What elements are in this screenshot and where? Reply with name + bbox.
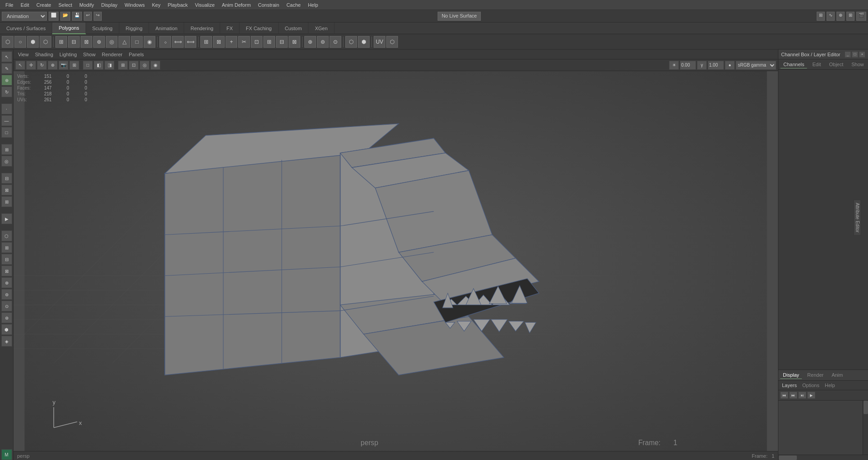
merge-tool[interactable]: ⊕ <box>304 36 316 48</box>
vp-xray-btn[interactable]: ◉ <box>150 61 160 70</box>
vp-menu-panels[interactable]: Panels <box>126 51 147 58</box>
le-pb-btn4[interactable]: ▶ <box>807 392 815 399</box>
vertex-mode-btn[interactable]: · <box>1 104 12 114</box>
le-pb-btn2[interactable]: ⏭ <box>789 392 797 399</box>
redo-btn[interactable]: ↪ <box>94 12 102 21</box>
layout-btn2[interactable]: ⊠ <box>1 185 12 195</box>
bevel-tool[interactable]: ⬡ <box>345 36 357 48</box>
vp-wire-btn[interactable]: □ <box>83 61 93 70</box>
layers-hscroll[interactable] <box>778 455 868 460</box>
open-btn[interactable]: 📂 <box>60 12 70 21</box>
vp-menu-show[interactable]: Show <box>81 51 99 58</box>
toolbox-btn2[interactable]: ⊞ <box>1 242 12 253</box>
snap-tool[interactable]: ⊞ <box>1 144 12 155</box>
mirror-tool[interactable]: ⟺ <box>172 36 184 48</box>
uv-unwrap-btn[interactable]: ⬡ <box>386 36 398 48</box>
le-sub-layers[interactable]: Layers <box>780 382 799 389</box>
tab-polygons[interactable]: Polygons <box>52 23 86 34</box>
fill-hole-tool[interactable]: ◉ <box>144 36 155 48</box>
le-sub-help[interactable]: Help <box>823 382 837 389</box>
tab-sculpting[interactable]: Sculpting <box>86 23 119 34</box>
color-space-select[interactable]: sRGB gamma <box>736 61 776 70</box>
cb-close-btn[interactable]: × <box>859 51 865 58</box>
face-mode-btn[interactable]: □ <box>1 127 12 138</box>
paint-btn[interactable]: ✎ <box>1 63 12 74</box>
append-polygon-tool[interactable]: + <box>226 36 237 48</box>
undo-btn[interactable]: ↩ <box>84 12 92 21</box>
extract-tool[interactable]: ⊠ <box>81 36 92 48</box>
toolbox-btn3[interactable]: ⊟ <box>1 254 12 265</box>
vp-grid-btn[interactable]: ⊞ <box>118 61 128 70</box>
tab-fx[interactable]: FX <box>220 23 240 34</box>
toolbox-btn1[interactable]: ⬡ <box>1 230 12 241</box>
tab-curves-surfaces[interactable]: Curves / Surfaces <box>0 23 52 34</box>
tab-rigging[interactable]: Rigging <box>119 23 149 34</box>
crease-tool[interactable]: ⬢ <box>358 36 370 48</box>
weld-tool[interactable]: ⊚ <box>317 36 329 48</box>
le-tab-anim[interactable]: Anim <box>829 371 845 379</box>
soft-select-tool[interactable]: ⬡ <box>40 36 51 48</box>
layout-btn1[interactable]: ⊟ <box>1 173 12 184</box>
snap-view-btn[interactable]: ⊞ <box>846 12 854 21</box>
split-polygon-tool[interactable]: ⊞ <box>263 36 275 48</box>
snap-curve-btn[interactable]: ∿ <box>827 12 835 21</box>
vp-scale-btn[interactable]: ⊕ <box>48 61 58 70</box>
cut-faces-tool[interactable]: ✂ <box>238 36 250 48</box>
vp-menu-shading[interactable]: Shading <box>32 51 56 58</box>
vp-hud-btn[interactable]: ⊡ <box>129 61 139 70</box>
le-pb-btn1[interactable]: ⏮ <box>780 392 788 399</box>
vp-menu-renderer[interactable]: Renderer <box>99 51 125 58</box>
uv-editor-btn[interactable]: UV <box>374 36 385 48</box>
vp-menu-view[interactable]: View <box>15 51 32 58</box>
vp-shade-btn[interactable]: ◧ <box>94 61 104 70</box>
cb-tab-edit[interactable]: Edit <box>809 60 824 68</box>
scale-tool-btn[interactable]: ⊕ <box>1 75 12 86</box>
triangulate-tool[interactable]: △ <box>118 36 130 48</box>
lasso-tool[interactable]: ○ <box>14 36 26 48</box>
vp-shade-wire-btn[interactable]: ◨ <box>104 61 114 70</box>
le-tab-display[interactable]: Display <box>780 371 802 379</box>
vp-menu-lighting[interactable]: Lighting <box>57 51 80 58</box>
toolbox-btn8[interactable]: ⊛ <box>1 312 12 323</box>
le-pb-btn3[interactable]: ⏯ <box>798 392 806 399</box>
menu-playback[interactable]: Playback <box>164 1 191 9</box>
vp-move-btn[interactable]: ✛ <box>26 61 36 70</box>
vp-transform-btn[interactable]: ⊞ <box>69 61 79 70</box>
collapse-tool[interactable]: ⊙ <box>330 36 341 48</box>
tab-custom[interactable]: Custom <box>279 23 309 34</box>
menu-constrain[interactable]: Constrain <box>254 1 283 9</box>
edge-mode-btn[interactable]: — <box>1 115 12 126</box>
rotate-btn[interactable]: ↻ <box>1 86 12 97</box>
toolbox-btn5[interactable]: ⊕ <box>1 277 12 288</box>
toolbox-btn9[interactable]: ⬢ <box>1 324 12 335</box>
le-sub-options[interactable]: Options <box>800 382 821 389</box>
le-tab-render[interactable]: Render <box>805 371 826 379</box>
cb-tab-show[interactable]: Show <box>848 60 867 68</box>
cb-maximize-btn[interactable]: □ <box>852 51 858 58</box>
viewport-canvas[interactable]: Verts: 151 0 0 Edges: 256 0 0 Faces: 147… <box>14 71 778 451</box>
menu-create[interactable]: Create <box>33 1 55 9</box>
save-btn[interactable]: 💾 <box>72 12 82 21</box>
select-tool[interactable]: ⬡ <box>2 36 14 48</box>
paint-select-tool[interactable]: ⬢ <box>27 36 39 48</box>
menu-modify[interactable]: Modify <box>76 1 97 9</box>
cb-tab-object[interactable]: Object <box>826 60 846 68</box>
toolbox-btn7[interactable]: ⊙ <box>1 301 12 311</box>
cb-minimize-btn[interactable]: _ <box>845 51 851 58</box>
gamma-input[interactable] <box>708 61 724 70</box>
symmetrize-tool[interactable]: ⟺ <box>185 36 196 48</box>
menu-windows[interactable]: Windows <box>121 1 149 9</box>
render-btn[interactable]: ▶ <box>1 213 12 224</box>
vp-camera-btn[interactable]: 📷 <box>59 61 68 70</box>
menu-key[interactable]: Key <box>148 1 164 9</box>
separate-tool[interactable]: ⊟ <box>68 36 80 48</box>
attribute-editor-side-tab[interactable]: Attribute Editor <box>853 199 861 235</box>
transform-constraints[interactable]: ⬦ <box>159 36 171 48</box>
render-settings-btn[interactable]: 🎬 <box>856 12 866 21</box>
vp-isolate-btn[interactable]: ◎ <box>140 61 149 70</box>
vp-rotate-btn[interactable]: ↻ <box>37 61 47 70</box>
offset-edge-loop[interactable]: ⊠ <box>289 36 300 48</box>
cb-tab-channels[interactable]: Channels <box>780 60 807 68</box>
menu-file[interactable]: File <box>2 1 17 9</box>
exposure-input[interactable] <box>680 61 696 70</box>
